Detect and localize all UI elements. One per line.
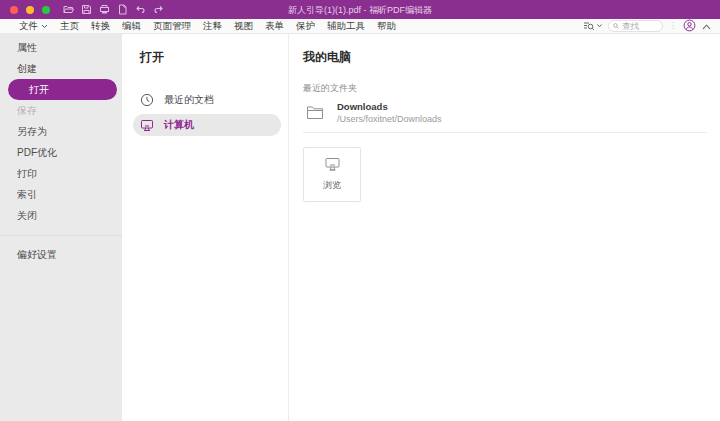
menu-accessibility-tools[interactable]: 辅助工具 bbox=[327, 20, 365, 33]
menubar: 文件 主页 转换 编辑 页面管理 注释 视图 表单 保护 辅助工具 帮助 bbox=[0, 19, 720, 34]
open-item-recent-documents[interactable]: 最近的文档 bbox=[133, 89, 281, 111]
close-window-button[interactable] bbox=[10, 6, 18, 14]
chevron-down-icon bbox=[597, 24, 602, 28]
save-icon[interactable] bbox=[81, 4, 92, 15]
file-menu-sidebar: 属性 创建 打开 保存 另存为 PDF优化 打印 索引 关闭 偏好设置 bbox=[0, 34, 122, 421]
traffic-lights bbox=[10, 6, 50, 14]
backstage-content: 属性 创建 打开 保存 另存为 PDF优化 打印 索引 关闭 偏好设置 打开 最… bbox=[0, 34, 720, 421]
titlebar: 新人引导(1)(1).pdf - 福昕PDF编辑器 bbox=[0, 0, 720, 19]
menu-edit[interactable]: 编辑 bbox=[122, 20, 141, 33]
open-panel: 打开 最近的文档 计算机 bbox=[122, 34, 289, 421]
search-box[interactable] bbox=[608, 20, 663, 32]
menu-home[interactable]: 主页 bbox=[60, 20, 79, 33]
monitor-icon bbox=[324, 157, 341, 172]
folder-name: Downloads bbox=[337, 101, 442, 112]
find-replace-button[interactable] bbox=[583, 21, 602, 31]
browse-button[interactable]: 浏览 bbox=[303, 147, 361, 202]
redo-icon[interactable] bbox=[153, 4, 164, 15]
menu-form[interactable]: 表单 bbox=[265, 20, 284, 33]
sidebar-item-save-as[interactable]: 另存为 bbox=[0, 121, 122, 142]
window-title: 新人引导(1)(1).pdf - 福昕PDF编辑器 bbox=[288, 3, 432, 16]
sidebar-item-properties[interactable]: 属性 bbox=[0, 37, 122, 58]
sidebar-item-close[interactable]: 关闭 bbox=[0, 205, 122, 226]
menu-page-management[interactable]: 页面管理 bbox=[153, 20, 191, 33]
search-icon bbox=[613, 22, 619, 30]
sidebar-divider bbox=[0, 235, 122, 236]
sidebar-item-pdf-optimize[interactable]: PDF优化 bbox=[0, 142, 122, 163]
sidebar-item-save[interactable]: 保存 bbox=[0, 100, 122, 121]
menu-file[interactable]: 文件 bbox=[19, 20, 48, 33]
clock-icon bbox=[140, 93, 154, 107]
foxit-pdf-editor-window: 新人引导(1)(1).pdf - 福昕PDF编辑器 文件 主页 转换 编辑 页面… bbox=[0, 0, 720, 421]
menu-convert[interactable]: 转换 bbox=[91, 20, 110, 33]
account-avatar-icon[interactable] bbox=[683, 19, 696, 34]
recent-folders-label: 最近的文件夹 bbox=[303, 82, 707, 95]
sidebar-item-preferences[interactable]: 偏好设置 bbox=[0, 244, 122, 265]
open-folder-icon[interactable] bbox=[63, 4, 74, 15]
minimize-window-button[interactable] bbox=[26, 6, 34, 14]
sidebar-item-index[interactable]: 索引 bbox=[0, 184, 122, 205]
print-icon[interactable] bbox=[99, 4, 110, 15]
undo-icon[interactable] bbox=[135, 4, 146, 15]
my-computer-panel: 我的电脑 最近的文件夹 Downloads /Users/foxitnet/Do… bbox=[289, 34, 720, 421]
computer-icon bbox=[140, 119, 154, 132]
folder-path: /Users/foxitnet/Downloads bbox=[337, 114, 442, 124]
sidebar-item-print[interactable]: 打印 bbox=[0, 163, 122, 184]
chevron-down-icon bbox=[41, 24, 48, 29]
menu-view[interactable]: 视图 bbox=[234, 20, 253, 33]
recent-folder-downloads[interactable]: Downloads /Users/foxitnet/Downloads bbox=[303, 95, 707, 133]
new-document-icon[interactable] bbox=[117, 4, 128, 15]
collapse-chevron-up-icon[interactable] bbox=[702, 21, 711, 32]
find-replace-icon bbox=[583, 21, 595, 31]
menu-protect[interactable]: 保护 bbox=[296, 20, 315, 33]
sidebar-item-open[interactable]: 打开 bbox=[8, 79, 117, 100]
browse-label: 浏览 bbox=[323, 179, 341, 192]
open-item-computer[interactable]: 计算机 bbox=[133, 114, 281, 136]
sidebar-item-create[interactable]: 创建 bbox=[0, 58, 122, 79]
more-dots-divider: ⋮ bbox=[669, 22, 677, 30]
zoom-window-button[interactable] bbox=[42, 6, 50, 14]
my-computer-title: 我的电脑 bbox=[303, 49, 707, 66]
open-panel-title: 打开 bbox=[122, 49, 288, 66]
menu-comment[interactable]: 注释 bbox=[203, 20, 222, 33]
search-input[interactable] bbox=[622, 21, 658, 31]
menu-help[interactable]: 帮助 bbox=[377, 20, 396, 33]
folder-icon bbox=[306, 105, 324, 120]
